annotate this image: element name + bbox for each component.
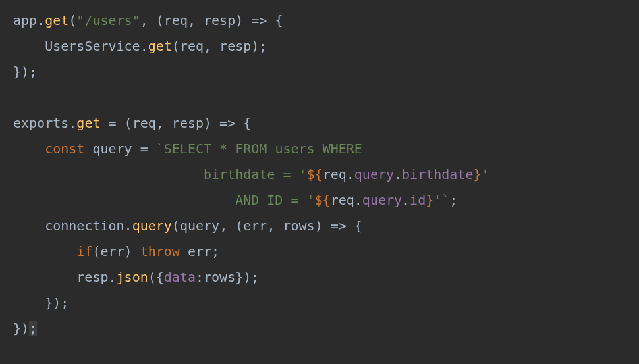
code-line: }); xyxy=(13,295,69,311)
code-editor[interactable]: app.get("/users", (req, resp) => { Users… xyxy=(0,0,639,355)
code-line: }); xyxy=(13,321,37,336)
code-line: const query = `SELECT * FROM users WHERE xyxy=(13,141,362,157)
code-line: connection.query(query, (err, rows) => { xyxy=(13,218,362,234)
code-line: AND ID = '${req.query.id}'`; xyxy=(13,192,457,208)
code-line: }); xyxy=(13,64,37,80)
code-line: birthdate = '${req.query.birthdate}' xyxy=(13,167,489,182)
code-line: resp.json({data:rows}); xyxy=(13,269,259,285)
code-line: if(err) throw err; xyxy=(13,244,219,259)
code-line: UsersService.get(req, resp); xyxy=(13,38,267,54)
code-line: exports.get = (req, resp) => { xyxy=(13,115,251,131)
code-line: app.get("/users", (req, resp) => { xyxy=(13,13,283,28)
code-line xyxy=(13,90,21,105)
caret-position: ; xyxy=(29,321,37,336)
